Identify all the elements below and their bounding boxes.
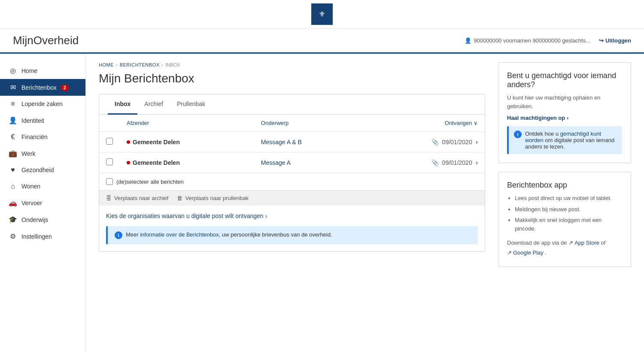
sidebar-item-gezondheid[interactable]: ♥ Gezondheid [0, 162, 85, 178]
sidebar-item-lopende-zaken[interactable]: ≡ Lopende zaken [0, 96, 85, 112]
trash-icon: 🗑 [177, 195, 182, 201]
main-content: HOME › BERICHTENBOX › INBOX Mijn Bericht… [99, 62, 485, 346]
message-table: Afzender Onderwerp Ontvangen ∨ [99, 115, 485, 173]
row2-sender: Gemeente Delen [127, 159, 247, 166]
checkbox-column-header [99, 115, 120, 132]
row2-date: 📎 09/01/2020 › [371, 159, 478, 167]
org-link-chevron: › [265, 212, 267, 219]
row2-checkbox-cell [99, 152, 120, 173]
app-card-title: Berichtenbox app [507, 181, 622, 190]
auth-card-link[interactable]: Haal machtigingen op › [507, 115, 622, 121]
sidebar-label-home: Home [21, 67, 37, 74]
row1-checkbox[interactable] [106, 138, 113, 145]
row1-subject-cell: Message A & B [254, 132, 364, 152]
row1-date: 📎 09/01/2020 › [371, 138, 478, 146]
werk-icon: 💼 [9, 149, 17, 158]
sidebar-label-instellingen: Instellingen [21, 233, 52, 240]
breadcrumb: HOME › BERICHTENBOX › INBOX [99, 62, 485, 67]
col-ontvangen[interactable]: Ontvangen ∨ [364, 115, 485, 132]
row2-chevron-icon[interactable]: › [476, 159, 478, 167]
row1-sender: Gemeente Delen [127, 139, 247, 146]
table-header-row: Afzender Onderwerp Ontvangen ∨ [99, 115, 485, 132]
select-all-checkbox[interactable] [106, 178, 113, 185]
auth-info-icon: i [514, 130, 522, 138]
trash-button[interactable]: 🗑 Verplaats naar prullenbak [177, 195, 248, 201]
google-play-link[interactable]: ↗ Google Play [507, 248, 544, 258]
info-text: Meer informatie over de Berichtenbox, uw… [126, 231, 332, 238]
archive-button[interactable]: 🗄 Verplaats naar archief [106, 195, 168, 201]
wonen-icon: ⌂ [9, 182, 17, 190]
app-card: Berichtenbox app Lees post direct op uw … [498, 172, 631, 267]
logout-icon: ↪ [599, 37, 604, 44]
right-sidebar: Bent u gemachtigd voor iemand anders? U … [498, 62, 631, 346]
app-store-link[interactable]: ↗ App Store [568, 238, 599, 248]
gezondheid-icon: ♥ [9, 166, 17, 174]
row1-checkbox-cell [99, 132, 120, 152]
sidebar-item-wonen[interactable]: ⌂ Wonen [0, 178, 85, 194]
sidebar-label-wonen: Wonen [21, 183, 40, 190]
sidebar-item-werk[interactable]: 💼 Werk [0, 145, 85, 162]
sidebar-item-instellingen[interactable]: ⚙ Instellingen [0, 228, 85, 245]
sidebar-label-gezondheid: Gezondheid [21, 167, 54, 173]
content-area: HOME › BERICHTENBOX › INBOX Mijn Bericht… [86, 54, 644, 352]
identiteit-icon: 👤 [9, 116, 17, 124]
tab-inbox[interactable]: Inbox [108, 94, 137, 115]
site-title: MijnOverheid [13, 34, 79, 47]
org-link[interactable]: Kies de organisaties waarvan u digitale … [106, 212, 478, 219]
row2-subject-link[interactable]: Message A [261, 159, 291, 166]
authorization-card: Bent u gemachtigd voor iemand anders? U … [498, 62, 631, 163]
tab-archief[interactable]: Archief [137, 94, 170, 115]
sidebar-label-werk: Werk [21, 150, 35, 157]
sidebar-label-onderwijs: Onderwijs [21, 216, 48, 223]
logo-symbol: ⚜ [319, 9, 325, 19]
row2-date-cell: 📎 09/01/2020 › [364, 152, 485, 173]
row1-chevron-icon[interactable]: › [476, 138, 478, 146]
sidebar-item-vervoer[interactable]: 🚗 Vervoer [0, 194, 85, 211]
page-title: Mijn Berichtenbox [99, 72, 485, 85]
tab-prullenbak[interactable]: Prullenbak [170, 94, 212, 115]
auth-card-desc: U kunt hier uw machtiging ophalen en geb… [507, 94, 622, 110]
select-all-label: (de)selecteer alle berichten [116, 179, 184, 185]
mail-icon: ✉ [9, 83, 17, 91]
auth-link-chevron: › [567, 115, 568, 121]
header-right: 👤 900000000 voornamen 900000000 geslacht… [465, 37, 631, 44]
table-row: Gemeente Delen Message A & B 📎 09/01/202… [99, 132, 485, 152]
sidebar-item-onderwijs[interactable]: 🎓 Onderwijs [0, 211, 85, 228]
tab-bar: Inbox Archief Prullenbak [99, 94, 485, 115]
sidebar-item-berichtenbox[interactable]: ✉ Berichtenbox 2 [0, 79, 85, 96]
row1-date-cell: 📎 09/01/2020 › [364, 132, 485, 152]
row1-subject-link[interactable]: Message A & B [261, 139, 302, 146]
col-onderwerp[interactable]: Onderwerp [254, 115, 364, 132]
breadcrumb-sep1: › [116, 62, 118, 67]
user-name: 900000000 voornamen 900000000 geslachts.… [474, 37, 590, 44]
logo-badge: ⚜ [311, 3, 333, 25]
row2-checkbox[interactable] [106, 158, 113, 165]
breadcrumb-home[interactable]: HOME [99, 62, 114, 67]
auth-info-box: i Ontdek hoe u gemachtigd kunt worden om… [507, 126, 622, 154]
row2-subject-cell: Message A [254, 152, 364, 173]
header: MijnOverheid 👤 900000000 voornamen 90000… [0, 29, 644, 54]
sidebar-label-identiteit: Identiteit [21, 117, 44, 124]
sidebar-item-identiteit[interactable]: 👤 Identiteit [0, 112, 85, 129]
app-card-bullets: Lees post direct op uw mobiel of tablet.… [507, 194, 622, 233]
vervoer-icon: 🚗 [9, 199, 17, 207]
logout-button[interactable]: ↪ Uitloggen [599, 37, 631, 44]
org-link-row: Kies de organisaties waarvan u digitale … [99, 206, 485, 226]
header-user: 👤 900000000 voornamen 900000000 geslacht… [465, 37, 590, 44]
row1-sender-cell: Gemeente Delen [120, 132, 254, 152]
sidebar-item-home[interactable]: ◎ Home [0, 62, 85, 79]
financien-icon: € [9, 133, 17, 141]
select-all-row: (de)selecteer alle berichten [99, 173, 485, 191]
user-icon: 👤 [465, 37, 471, 44]
instellingen-icon: ⚙ [9, 232, 17, 240]
row2-attachment-icon: 📎 [431, 159, 439, 166]
info-box: i Meer informatie over de Berichtenbox, … [106, 226, 478, 244]
archive-icon: 🗄 [106, 195, 112, 201]
breadcrumb-inbox: INBOX [165, 62, 180, 67]
info-box-link[interactable]: informatie over de Berichtenbox [140, 231, 219, 238]
breadcrumb-berichtenbox[interactable]: BERICHTENBOX [120, 62, 160, 67]
main-layout: ◎ Home ✉ Berichtenbox 2 ≡ Lopende zaken … [0, 54, 644, 352]
sidebar-item-financien[interactable]: € Financiën [0, 129, 85, 145]
row2-unread-dot [127, 161, 130, 164]
col-afzender[interactable]: Afzender [120, 115, 254, 132]
